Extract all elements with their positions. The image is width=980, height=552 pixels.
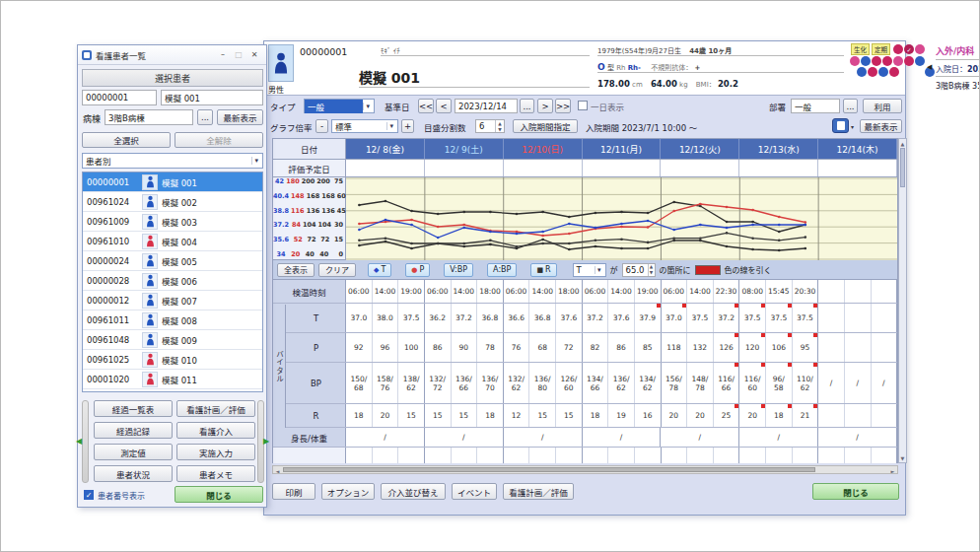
scroll-down-icon[interactable]: ▼ [899,453,906,462]
patient-list-item[interactable]: 00000012模擬 007 [83,291,262,310]
vital-cell[interactable]: 37.5 [398,304,425,332]
vital-cell[interactable]: 136/62 [608,363,635,403]
vital-cell[interactable] [818,333,845,362]
vital-cell[interactable]: 15 [398,404,425,427]
vital-cell[interactable]: 72 [556,333,583,362]
scroll-right-icon[interactable]: ► [888,466,897,475]
vital-cell[interactable]: 37.2 [583,304,609,332]
date-column-header[interactable]: 12/ 8(金) [346,139,425,159]
series-toggle-button[interactable]: A:BP [487,263,517,277]
vital-cell[interactable]: 06:00 [504,280,530,303]
vital-cell[interactable]: 136/66 [452,363,478,403]
select-all-button[interactable]: 全選択 [82,132,171,148]
patient-list-item[interactable]: 00000024模擬 005 [83,251,262,271]
vital-cell[interactable]: 06:00 [346,280,373,303]
vital-cell[interactable] [872,280,898,303]
vital-cell[interactable]: 36.6 [504,304,530,332]
vital-cell[interactable]: 37.5 [793,304,819,332]
close-chart-button[interactable]: 閉じる [812,483,899,500]
bottom-toolbar-button[interactable]: イベント [452,483,497,500]
vital-cell[interactable] [872,333,898,362]
vital-cell[interactable]: 138/62 [398,363,425,403]
vital-cell[interactable]: 37.5 [739,304,766,332]
vital-cell[interactable]: 15:45 [766,280,793,303]
vital-cell[interactable]: 132/62 [504,363,530,403]
vital-cell[interactable]: 22:30 [714,280,740,303]
vital-cell[interactable]: 85 [635,333,662,362]
vital-cell[interactable]: 18 [583,404,609,427]
vital-cell[interactable]: 06:00 [662,280,688,303]
vital-cell[interactable]: 18:00 [556,280,583,303]
date-prev-button[interactable]: < [436,99,452,113]
vital-cell[interactable]: 116/66 [714,363,740,403]
dept-input[interactable]: 一般 [791,99,840,113]
vital-cell[interactable]: 148/78 [687,363,714,403]
clear-button[interactable]: クリア [318,263,356,277]
action-button[interactable]: 実施入力 [176,444,255,460]
zoom-select[interactable]: 標準▾ [331,119,398,133]
dept-more-button[interactable]: ... [843,99,858,113]
vertical-scrollbar[interactable]: ▲ ▼ [898,138,907,463]
clear-all-button[interactable]: 全解除 [175,132,263,148]
height-weight-cell[interactable]: / [739,428,818,447]
vital-cell[interactable]: 15 [529,404,556,427]
date-column-header[interactable]: 12/13(水) [739,139,818,159]
vital-cell[interactable] [845,333,872,362]
spinner-down-icon[interactable]: ▼ [649,270,655,276]
vital-cell[interactable]: 12 [504,404,530,427]
scroll-up-icon[interactable]: ▲ [899,139,906,148]
vital-cell[interactable]: / [818,363,845,403]
vital-cell[interactable]: 82 [583,333,609,362]
vital-cell[interactable]: 37.2 [714,304,740,332]
vital-cell[interactable]: 156/78 [662,363,688,403]
vital-cell[interactable]: 18 [346,404,373,427]
vital-cell[interactable]: 95 [793,333,819,362]
base-date-input[interactable]: 2023/12/14 [455,99,518,113]
one-day-checkbox[interactable] [578,101,588,110]
vital-cell[interactable]: 134/66 [583,363,609,403]
band-color-swatch[interactable] [695,265,721,275]
vital-cell[interactable]: 96 [373,333,399,362]
vital-cell[interactable]: 150/68 [346,363,373,403]
vital-cell[interactable]: 37.5 [766,304,793,332]
type-select[interactable]: 一般▾ [304,99,375,113]
vital-cell[interactable]: 08:00 [739,280,766,303]
vital-cell[interactable]: 68 [529,333,556,362]
patient-list-item[interactable]: 00961025模擬 010 [83,350,262,370]
vital-cell[interactable]: 38.0 [373,304,399,332]
action-button[interactable]: 経過記録 [94,422,173,439]
vital-cell[interactable]: 18:00 [477,280,504,303]
vital-cell[interactable]: 132/72 [425,363,452,403]
close-window-icon[interactable]: ✕ [246,48,262,62]
vital-cell[interactable]: 37.2 [452,304,478,332]
series-toggle-button[interactable]: V:BP [444,263,473,277]
patient-list-item[interactable]: 00961024模擬 002 [83,192,262,212]
vital-cell[interactable]: 37.0 [662,304,688,332]
zoom-out-button[interactable]: - [315,119,328,133]
vital-cell[interactable]: / [872,363,898,403]
date-next-button[interactable]: > [537,99,553,113]
memo-chevron-icon[interactable]: ▾ [851,123,854,130]
height-weight-cell[interactable]: / [583,428,662,447]
vital-cell[interactable]: 20 [739,404,766,427]
date-prev2-button[interactable]: << [418,99,434,113]
vital-cell[interactable]: 36.8 [477,304,504,332]
vital-cell[interactable]: 21 [793,404,819,427]
date-column-header[interactable]: 12/14(木) [818,139,897,159]
vital-cell[interactable]: 18 [477,404,504,427]
vital-cell[interactable]: 20 [373,404,399,427]
date-column-header[interactable]: 12/10(日) [504,139,583,159]
vital-cell[interactable] [845,304,872,332]
bottom-toolbar-button[interactable]: 介入並び替え [381,483,446,500]
patient-list-item[interactable]: 00001020模擬 011 [83,370,262,389]
vital-cell[interactable]: 06:00 [583,280,609,303]
patient-list-item[interactable]: 00961010模擬 004 [83,232,262,251]
scroll-left-icon[interactable]: ◄ [273,466,282,475]
show-all-button[interactable]: 全表示 [277,263,315,277]
height-weight-cell[interactable]: / [661,428,739,447]
action-button[interactable]: 患者メモ [176,465,255,482]
action-button[interactable]: 測定値 [94,444,173,460]
action-button[interactable]: 看護介入 [176,422,255,439]
height-weight-cell[interactable]: / [346,428,425,447]
scroll-right-green-icon[interactable]: ▶ [263,437,269,446]
